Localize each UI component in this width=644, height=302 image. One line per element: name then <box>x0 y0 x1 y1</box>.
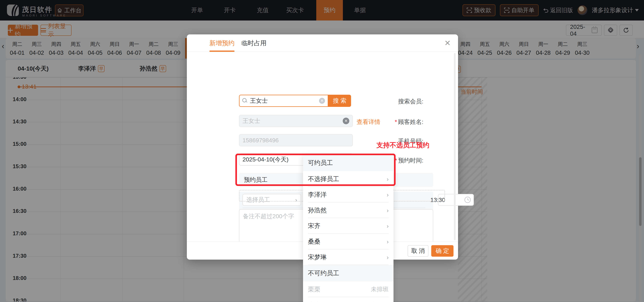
staff-dropdown-row[interactable]: 不可约员工 › <box>303 265 394 282</box>
staff-option-label: 宋齐 <box>308 222 387 230</box>
staff-option-label: 可约员工 <box>308 159 389 167</box>
staff-dropdown-row[interactable]: 孙浩然 › <box>303 202 394 218</box>
chevron-right-icon: › <box>387 223 389 229</box>
customer-name-input[interactable]: 王女士 ✕ <box>239 115 353 127</box>
search-member-value: 王女士 <box>250 97 316 105</box>
staff-status-label: 未排班 <box>371 285 389 293</box>
staff-dropdown-row[interactable]: 可约员工 › <box>303 155 394 171</box>
search-member-input[interactable]: 王女士 ✕ <box>239 95 328 107</box>
close-icon[interactable]: ✕ <box>444 39 451 47</box>
chevron-right-icon: › <box>387 191 389 198</box>
search-button-label: 搜 索 <box>333 97 346 105</box>
search-button[interactable]: 搜 索 <box>328 95 351 107</box>
staff-option-label: 桑桑 <box>308 237 387 246</box>
staff-option-label: 孙浩然 <box>308 206 387 215</box>
staff-status-label: 未排班 <box>371 301 389 302</box>
staff-dropdown-row[interactable]: 宋齐 › <box>303 218 394 234</box>
search-icon <box>242 98 248 103</box>
staff-dropdown-row[interactable]: 桑桑 › <box>303 234 394 249</box>
staff-dropdown-row[interactable]: 不选择员工 › <box>303 171 394 187</box>
chevron-right-icon: › <box>387 207 389 214</box>
staff-dropdown-row[interactable]: 宋梦琳 › <box>303 249 394 265</box>
clear-icon[interactable]: ✕ <box>319 98 325 104</box>
staff-option-label: 不选择员工 <box>308 175 387 183</box>
clock-icon <box>464 197 471 203</box>
staff-option-label: 李泽洋 <box>308 190 387 199</box>
chevron-right-icon: › <box>387 176 389 182</box>
staff-dropdown-list: 可约员工 › 不选择员工 › 李泽洋 › 孙浩然 <box>303 155 394 302</box>
staff-dropdown-row[interactable]: 栗栗 未排班 › <box>303 282 394 297</box>
staff-dropdown: 可约员工 › 不选择员工 › 李泽洋 › 孙浩然 <box>303 155 394 302</box>
phone-input[interactable]: 15869798496 <box>239 134 353 146</box>
cancel-button[interactable]: 取 消 <box>408 245 428 257</box>
chevron-right-icon: › <box>387 238 389 245</box>
staff-option-label: 栗栗 <box>308 285 371 294</box>
remark-placeholder: 备注不超过200个字 <box>243 212 294 220</box>
search-member-label: 搜索会员: <box>371 97 424 105</box>
staff-option-label: 宋梦琳 <box>308 253 387 262</box>
tab-temp-occupy[interactable]: 临时占用 <box>242 34 266 52</box>
phone-value: 15869798496 <box>242 137 279 144</box>
staff-dropdown-row[interactable]: 李泽洋 › <box>303 187 394 202</box>
annotation-note: 支持不选员工预约 <box>376 141 429 150</box>
modal-scrollbar[interactable] <box>454 53 456 240</box>
content-col-staff: 预约员工 <box>244 176 268 184</box>
customer-name-value: 王女士 <box>242 117 340 125</box>
clear-icon[interactable]: ✕ <box>343 118 349 124</box>
staff-option-label: 张张 <box>308 301 371 302</box>
tab-new-booking[interactable]: 新增预约 <box>210 34 234 52</box>
app-root: 茂日软件 MAORI SOFTWARE 工作台 开单 开卡 充值 买次卡 预约 … <box>0 0 644 302</box>
modal-header: 新增预约 临时占用 ✕ <box>187 34 458 52</box>
staff-option-label: 不可约员工 <box>308 269 389 278</box>
view-details-link[interactable]: 查看详情 <box>356 118 380 126</box>
chevron-right-icon: › <box>387 254 389 261</box>
staff-dropdown-row[interactable]: 张张 未排班 › <box>303 297 394 302</box>
confirm-button[interactable]: 确 定 <box>431 245 454 257</box>
